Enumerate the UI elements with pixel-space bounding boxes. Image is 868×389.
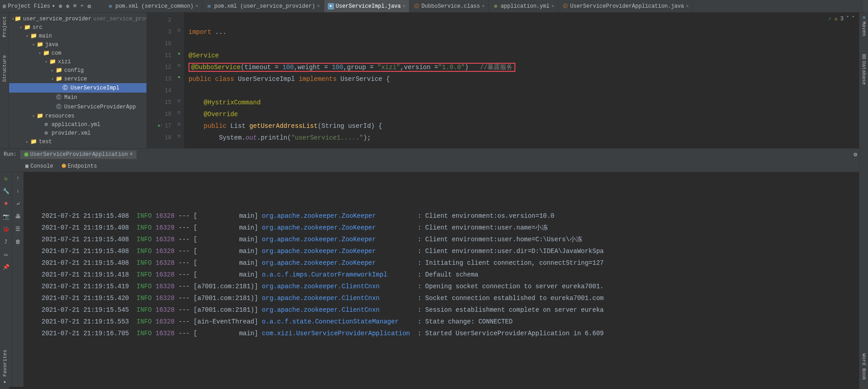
- wordbook-tool[interactable]: Word Book: [861, 353, 867, 380]
- collapse-icon[interactable]: ≑: [66, 3, 70, 10]
- tree-arrow[interactable]: ▾: [31, 113, 36, 119]
- structure-tool[interactable]: Structure: [2, 55, 7, 82]
- editor-tab[interactable]: mpom.xml (service_common)×: [104, 0, 202, 12]
- tree-label: user_service_provider: [23, 16, 91, 22]
- stop-icon[interactable]: ■: [2, 200, 9, 207]
- tree-item[interactable]: ⚙provider.xml: [9, 129, 146, 137]
- wrap-icon[interactable]: ⤶: [14, 200, 22, 207]
- tree-item[interactable]: ⒸUserServiceProviderApp: [9, 102, 146, 112]
- maven-icon: m: [861, 16, 867, 19]
- folder-icon: ▣: [3, 3, 6, 9]
- inspection-widget[interactable]: ✓ ⚠ 3 ˄ ˅: [828, 15, 854, 22]
- editor-tab[interactable]: ⚙application.yml×: [489, 0, 558, 12]
- code-editor[interactable]: 2310111213141516●↑1718 ⊟●⊟●⊟⊟⊟⊟ import .…: [147, 13, 868, 148]
- close-icon[interactable]: ×: [403, 4, 406, 9]
- close-icon[interactable]: ×: [482, 4, 485, 9]
- tree-item[interactable]: ▾📁xizi: [9, 57, 146, 66]
- line-gutter: 2310111213141516●↑1718: [147, 13, 174, 148]
- project-dropdown[interactable]: ▣ Project Files ▾: [3, 3, 55, 9]
- chevron-up-icon[interactable]: ˄: [846, 15, 849, 22]
- wrench-icon[interactable]: 🔧: [2, 187, 9, 195]
- tree-icon: ⚙: [42, 121, 50, 128]
- endpoints-tab[interactable]: ⬢Endpoints: [61, 163, 97, 169]
- top-toolbar: ▣ Project Files ▾ ⊕ ≑ ≡ ÷ ⚙ mpom.xml (se…: [0, 0, 868, 13]
- close-icon[interactable]: ×: [551, 4, 554, 9]
- tab-label: pom.xml (service_common): [115, 3, 193, 9]
- maven-tool[interactable]: m Maven: [861, 16, 867, 36]
- close-icon[interactable]: ×: [130, 151, 133, 158]
- tree-muted: user_service_provid: [93, 16, 147, 22]
- close-icon[interactable]: ×: [317, 4, 320, 9]
- project-tool[interactable]: Project: [2, 16, 7, 37]
- close-icon[interactable]: ×: [686, 4, 689, 9]
- console-tabs: ▣Console ⬢Endpoints: [0, 160, 868, 172]
- database-tool[interactable]: 🗄 Database: [861, 54, 867, 85]
- gear-icon[interactable]: ⚙: [854, 151, 857, 158]
- debug-icon[interactable]: 🐞: [2, 225, 9, 233]
- editor-tab[interactable]: ●UserServiceImpl.java×: [324, 0, 410, 12]
- tree-item[interactable]: ▾📁resources: [9, 112, 146, 120]
- tree-arrow[interactable]: ▾: [37, 51, 42, 56]
- file-icon: m: [206, 3, 212, 9]
- tree-arrow[interactable]: ▾: [31, 42, 36, 47]
- file-icon: m: [107, 3, 113, 9]
- log-line: 2021-07-21 21:19:15.418 INFO 16328 --- […: [42, 269, 863, 281]
- endpoints-icon: ⬢: [61, 163, 66, 169]
- chevron-down-icon[interactable]: ˅: [852, 15, 854, 22]
- tab-label: DubboService.class: [421, 3, 480, 9]
- divide-icon[interactable]: ÷: [80, 3, 84, 9]
- close-icon[interactable]: ×: [195, 4, 198, 9]
- tree-item[interactable]: ⚙application.yml: [9, 120, 146, 129]
- tree-icon: 📁: [42, 50, 50, 56]
- console-tab[interactable]: ▣Console: [25, 163, 53, 169]
- tree-label: Main: [64, 94, 77, 101]
- tree-label: UserServiceProviderApp: [64, 104, 136, 110]
- tree-item[interactable]: ▸📁test: [9, 137, 146, 146]
- project-tree: ▾📁user_service_provideruser_service_prov…: [9, 13, 147, 148]
- exit-icon[interactable]: ⤴: [2, 238, 9, 245]
- layout-icon[interactable]: ▭: [2, 251, 9, 258]
- run-config-tab[interactable]: ⬢ UserServiceProviderApplication ×: [20, 150, 137, 159]
- tree-item[interactable]: ▾📁com: [9, 49, 146, 57]
- editor-tab[interactable]: mpom.xml (user_service_provider)×: [203, 0, 324, 12]
- warning-count: 3: [840, 16, 844, 22]
- editor-tab[interactable]: ⒸUserServiceProviderApplication.java×: [558, 0, 693, 12]
- tree-item[interactable]: ▾📁main: [9, 32, 146, 40]
- code-area[interactable]: import ...@Service@DubboService(timeout …: [184, 13, 868, 148]
- tree-item[interactable]: ⒸUserServiceImpl: [9, 83, 146, 93]
- trash-icon[interactable]: 🗑: [14, 238, 22, 245]
- tree-arrow[interactable]: ▾: [24, 33, 30, 39]
- tree-item[interactable]: ▾📁src: [9, 23, 146, 32]
- log-line: 2021-07-21 21:19:15.420 INFO 16328 --- […: [42, 292, 863, 304]
- left-tool-strip: Project Structure: [0, 13, 9, 148]
- tree-icon: 📁: [14, 15, 21, 22]
- tree-arrow[interactable]: ▸: [50, 68, 55, 73]
- file-icon: Ⓒ: [562, 3, 568, 9]
- locate-icon[interactable]: ⊕: [59, 3, 62, 10]
- tree-item[interactable]: ▸📁config: [9, 66, 146, 75]
- expand-icon[interactable]: ≡: [73, 3, 77, 9]
- rerun-icon[interactable]: ↻: [2, 175, 9, 182]
- editor-tab[interactable]: ⒸDubboService.class×: [410, 0, 489, 12]
- camera-icon[interactable]: 📷: [2, 213, 9, 220]
- tree-item[interactable]: ⒸMain: [9, 93, 146, 102]
- up-icon[interactable]: ↑: [14, 175, 22, 182]
- tree-arrow[interactable]: ▾: [43, 59, 49, 65]
- favorites-tool[interactable]: ★ Favorites: [2, 350, 8, 385]
- tree-label: src: [33, 24, 42, 31]
- log-line: 2021-07-21 21:19:15.545 INFO 16328 --- […: [42, 304, 863, 316]
- gear-icon[interactable]: ⚙: [87, 3, 91, 10]
- print-icon[interactable]: 🖶: [14, 213, 22, 220]
- tree-item[interactable]: ▾📁service: [9, 75, 146, 83]
- filter-icon[interactable]: ☰: [14, 225, 22, 233]
- tree-arrow[interactable]: ▾: [50, 76, 55, 82]
- tree-arrow[interactable]: ▾: [18, 25, 24, 30]
- down-icon[interactable]: ↓: [14, 187, 22, 195]
- log-line: 2021-07-21 21:19:15.408 INFO 16328 --- […: [42, 245, 863, 257]
- console-output[interactable]: 2021-07-21 21:19:15.408 INFO 16328 --- […: [24, 172, 868, 387]
- tree-arrow[interactable]: ▸: [24, 139, 30, 145]
- tree-item[interactable]: ▾📁user_service_provideruser_service_prov…: [9, 14, 146, 23]
- log-line: 2021-07-21 21:19:15.408 INFO 16328 --- […: [42, 257, 863, 269]
- tree-item[interactable]: ▾📁java: [9, 40, 146, 49]
- pin-icon[interactable]: 📌: [2, 263, 9, 271]
